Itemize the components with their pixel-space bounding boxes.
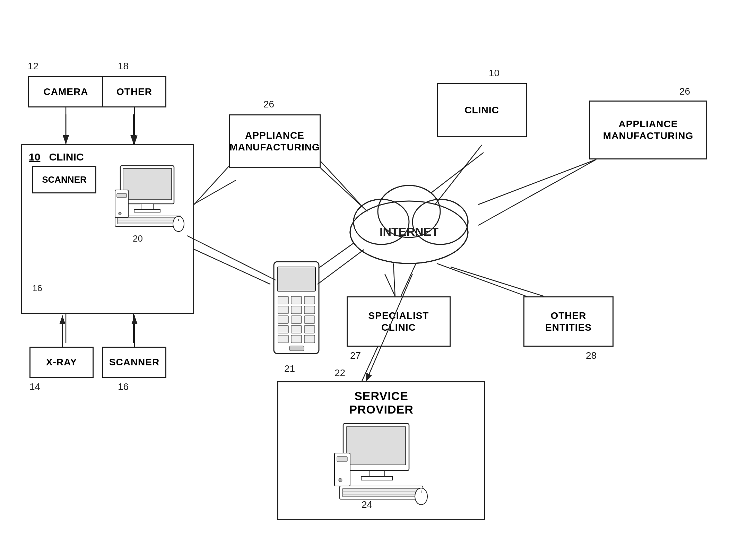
clinic-top-label: CLINIC	[464, 104, 499, 116]
computer-server-ref: 24	[362, 499, 372, 510]
svg-point-23	[173, 216, 184, 232]
svg-rect-62	[361, 477, 392, 480]
svg-rect-16	[123, 168, 172, 200]
other-entities-ref: 28	[586, 350, 597, 361]
appliance-left-label: APPLIANCEMANUFACTURING	[229, 130, 320, 153]
camera-label: CAMERA	[44, 86, 88, 98]
svg-line-6	[187, 246, 270, 284]
appliance-right-label: APPLIANCEMANUFACTURING	[603, 118, 693, 141]
svg-rect-33	[278, 306, 288, 314]
other-entities-label: OTHERENTITIES	[545, 310, 592, 333]
svg-rect-42	[278, 335, 288, 343]
scanner-inside-label: SCANNER	[42, 174, 87, 185]
other-top-ref: 18	[118, 61, 129, 72]
xray-box: X-RAY	[29, 347, 94, 378]
svg-line-8	[187, 180, 236, 208]
clinic-inner-ref: 10	[29, 151, 40, 163]
svg-rect-43	[291, 335, 302, 343]
svg-point-27	[119, 212, 121, 215]
svg-rect-36	[278, 316, 288, 323]
computer-clinic-ref: 20	[133, 233, 143, 244]
svg-rect-37	[291, 316, 302, 323]
svg-rect-31	[291, 296, 302, 304]
svg-line-11	[478, 159, 596, 205]
scanner-bottom-label: SCANNER	[109, 356, 159, 368]
svg-line-79	[187, 236, 276, 280]
svg-line-83	[478, 159, 596, 225]
svg-rect-38	[304, 316, 315, 323]
appliance-right-ref: 26	[679, 86, 690, 97]
specialist-clinic-label: SPECIALISTCLINIC	[368, 310, 429, 333]
computer-server	[333, 422, 430, 512]
specialist-clinic-box: SPECIALISTCLINIC	[347, 296, 451, 347]
scanner-bottom-ref: 16	[118, 381, 129, 392]
service-provider-label: SERVICEPROVIDER	[278, 389, 484, 416]
phone-device	[270, 260, 324, 357]
service-provider-box: SERVICEPROVIDER	[277, 381, 485, 520]
clinic-inner-label: 10 CLINIC	[29, 151, 84, 163]
svg-rect-67	[342, 488, 420, 497]
service-provider-arrow-ref: 22	[334, 367, 345, 379]
svg-rect-26	[117, 193, 127, 198]
svg-rect-35	[304, 306, 315, 314]
svg-text:INTERNET: INTERNET	[380, 225, 438, 238]
clinic-outer-box: 10 CLINIC SCANNER 16	[21, 144, 194, 314]
camera-ref: 12	[28, 61, 38, 72]
camera-box: CAMERA	[28, 76, 104, 107]
svg-rect-30	[278, 296, 288, 304]
svg-rect-34	[291, 306, 302, 314]
scanner-inside-box: SCANNER	[32, 166, 96, 193]
svg-rect-40	[291, 325, 302, 333]
svg-rect-29	[277, 267, 315, 291]
appliance-left-ref: 26	[263, 99, 274, 110]
phone-ref: 21	[284, 363, 295, 374]
clinic-top-box: CLINIC	[437, 83, 527, 137]
svg-rect-41	[304, 325, 315, 333]
svg-rect-32	[304, 296, 315, 304]
other-entities-box: OTHERENTITIES	[523, 296, 614, 347]
other-top-label: OTHER	[116, 86, 152, 98]
appliance-left-box: APPLIANCEMANUFACTURING	[229, 114, 321, 168]
svg-rect-20	[118, 218, 179, 224]
svg-line-84	[385, 274, 395, 296]
appliance-right-box: APPLIANCEMANUFACTURING	[589, 101, 707, 159]
svg-rect-60	[347, 427, 406, 465]
clinic-label-text: CLINIC	[49, 151, 84, 163]
specialist-clinic-ref: 27	[350, 350, 361, 361]
svg-rect-44	[304, 335, 315, 343]
svg-rect-45	[289, 346, 304, 351]
svg-point-65	[339, 478, 342, 482]
scanner-bottom-box: SCANNER	[102, 347, 166, 378]
diagram: CAMERA 12 OTHER 18 10 CLINIC SCANNER 16	[0, 0, 756, 547]
clinic-top-ref: 10	[489, 68, 499, 79]
svg-line-78	[194, 166, 229, 205]
xray-label: X-RAY	[46, 356, 77, 368]
svg-rect-18	[134, 209, 160, 212]
internet-cloud: INTERNET	[340, 177, 478, 274]
other-top-box: OTHER	[102, 76, 166, 107]
xray-ref: 14	[29, 381, 40, 392]
svg-rect-39	[278, 325, 288, 333]
computer-clinic	[110, 162, 186, 238]
svg-rect-64	[337, 457, 347, 462]
scanner-inside-ref: 16	[32, 283, 42, 294]
